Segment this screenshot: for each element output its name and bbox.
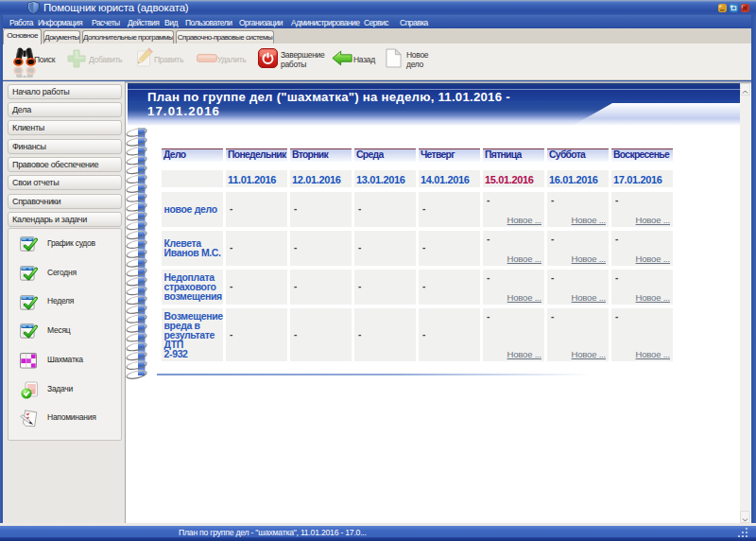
svg-text:План по группе дел ("шахматка": План по группе дел ("шахматка") на недел… (147, 90, 510, 104)
svg-text:17.01.2016: 17.01.2016 (147, 104, 220, 118)
